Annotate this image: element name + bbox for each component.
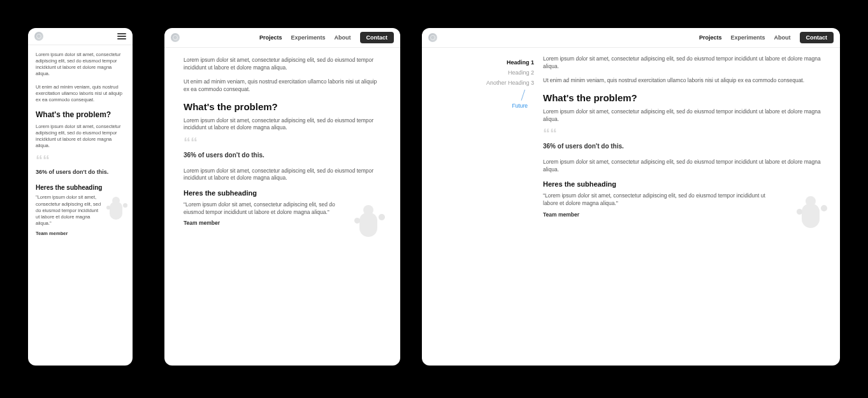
topbar-mobile (28, 28, 133, 45)
content-mobile: Lorem ipsum dolor sit amet, consectetur … (28, 45, 133, 243)
topbar-desktop: Projects Experiments About Contact (422, 28, 840, 48)
toc-divider (521, 90, 525, 101)
quote-mark-icon: ““ (36, 156, 125, 164)
stat-line: 36% of users don't do this. (543, 142, 823, 151)
testimonial-block: "Lorem ipsum dolor sit amet, consectetur… (184, 201, 381, 228)
testimonial-block: "Lorem ipsum dolor sit amet, consectetur… (543, 192, 823, 219)
testimonial-author: Team member (36, 231, 102, 237)
paragraph-after-h2: Lorem ipsum dolor sit amet, consectetur … (543, 108, 823, 124)
intro-paragraph-2: Ut enim ad minim veniam, quis nostrud ex… (36, 84, 125, 103)
testimonial-author: Team member (184, 220, 336, 227)
logo[interactable] (34, 32, 43, 41)
tablet-frame: Projects Experiments About Contact Lorem… (164, 28, 400, 366)
logo[interactable] (428, 33, 437, 42)
heading-problem: What's the problem? (543, 91, 823, 104)
nav-about[interactable]: About (335, 34, 351, 41)
testimonial-quote: "Lorem ipsum dolor sit amet, consectetur… (184, 201, 336, 217)
stat-line: 36% of users don't do this. (36, 168, 125, 176)
nav-tablet: Projects Experiments About Contact (259, 32, 394, 43)
contact-button[interactable]: Contact (360, 32, 394, 43)
paragraph-after-h2: Lorem ipsum dolor sit amet, consectetur … (36, 124, 125, 150)
testimonial-quote: "Lorem ipsum dolor sit amet, consectetur… (543, 192, 779, 208)
nav-projects[interactable]: Projects (259, 34, 282, 41)
testimonial-block: "Lorem ipsum dolor sit amet, consectetur… (36, 194, 125, 237)
desktop-frame: Projects Experiments About Contact Headi… (422, 28, 840, 366)
heading-problem: What's the problem? (36, 110, 125, 120)
subheading: Heres the subheading (543, 180, 823, 189)
intro-paragraph-2: Ut enim ad minim veniam, quis nostrud ex… (184, 78, 381, 94)
stat-line: 36% of users don't do this. (184, 151, 381, 160)
toc-item-2[interactable]: Heading 2 (428, 69, 534, 76)
content-tablet: Lorem ipsum dolor sit amet, consectetur … (164, 48, 400, 236)
ghost-illustration (793, 192, 828, 231)
nav-about[interactable]: About (774, 34, 791, 41)
intro-paragraph-1: Lorem ipsum dolor sit amet, consectetur … (543, 55, 823, 71)
nav-desktop: Projects Experiments About Contact (699, 32, 834, 43)
toc-item-1[interactable]: Heading 1 (428, 59, 534, 66)
hamburger-icon[interactable] (117, 33, 126, 39)
heading-problem: What's the problem? (184, 100, 381, 113)
logo[interactable] (171, 33, 180, 42)
nav-experiments[interactable]: Experiments (291, 34, 325, 41)
topbar-tablet: Projects Experiments About Contact (164, 28, 400, 48)
paragraph-after-stat: Lorem ipsum dolor sit amet, consectetur … (543, 159, 823, 174)
toc-future-link[interactable]: Future (428, 103, 528, 109)
nav-projects[interactable]: Projects (699, 34, 722, 41)
toc-sidebar: Heading 1 Heading 2 Another Heading 3 Fu… (428, 55, 543, 218)
mobile-frame: Lorem ipsum dolor sit amet, consectetur … (28, 28, 133, 366)
intro-paragraph-1: Lorem ipsum dolor sit amet, consectetur … (184, 57, 381, 72)
content-desktop: Lorem ipsum dolor sit amet, consectetur … (543, 55, 823, 218)
nav-experiments[interactable]: Experiments (730, 34, 765, 41)
paragraph-after-h2: Lorem ipsum dolor sit amet, consectetur … (184, 117, 381, 132)
subheading: Heres the subheading (184, 188, 381, 198)
subheading: Heres the subheading (36, 183, 125, 192)
intro-paragraph-2: Ut enim ad minim veniam, quis nostrud ex… (543, 77, 823, 85)
quote-mark-icon: ““ (543, 129, 823, 138)
paragraph-after-stat: Lorem ipsum dolor sit amet, consectetur … (184, 167, 381, 183)
quote-mark-icon: ““ (184, 138, 381, 146)
testimonial-quote: "Lorem ipsum dolor sit amet, consectetur… (36, 194, 102, 227)
ghost-illustration (351, 201, 386, 239)
contact-button[interactable]: Contact (800, 32, 834, 43)
ghost-illustration (105, 194, 127, 222)
toc-item-3[interactable]: Another Heading 3 (428, 80, 534, 86)
intro-paragraph-1: Lorem ipsum dolor sit amet, consectetur … (36, 52, 125, 78)
testimonial-author: Team member (543, 211, 779, 219)
